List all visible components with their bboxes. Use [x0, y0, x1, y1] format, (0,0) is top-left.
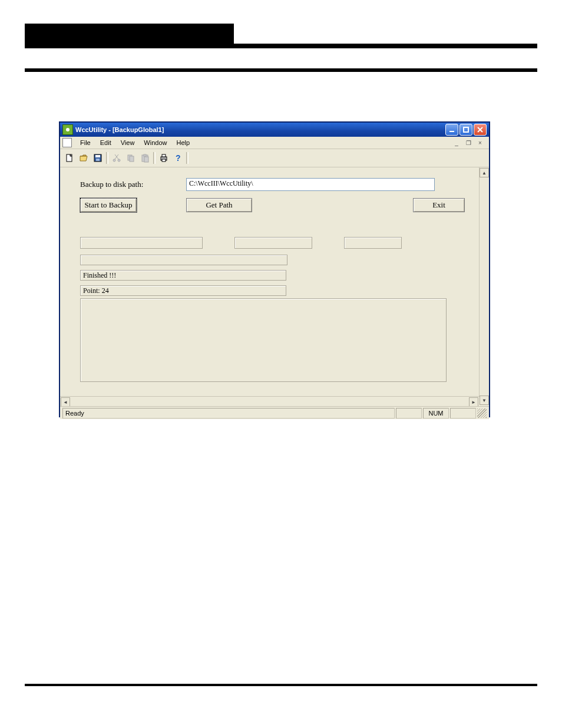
- app-window: WccUtility - [BackupGlobal1] File Edit V…: [59, 121, 490, 417]
- header-rule-thin: [25, 68, 537, 72]
- close-button[interactable]: [474, 124, 487, 136]
- paste-icon: [138, 151, 152, 165]
- start-backup-button[interactable]: Start to Backup: [80, 198, 137, 212]
- status-ready: Ready: [62, 408, 395, 419]
- svg-rect-17: [144, 157, 148, 162]
- svg-rect-16: [144, 154, 146, 156]
- menu-file[interactable]: File: [75, 138, 95, 147]
- menu-window[interactable]: Window: [139, 138, 171, 147]
- svg-rect-20: [162, 159, 166, 162]
- open-icon[interactable]: [77, 151, 91, 165]
- progress-cell-2: [234, 237, 312, 249]
- titlebar[interactable]: WccUtility - [BackupGlobal1]: [60, 123, 489, 137]
- svg-point-0: [66, 128, 70, 131]
- new-icon[interactable]: [62, 151, 77, 165]
- svg-rect-2: [464, 127, 468, 132]
- mdi-restore-icon[interactable]: ❐: [464, 139, 472, 147]
- progress-bar: [80, 255, 287, 265]
- svg-rect-8: [96, 159, 100, 161]
- mdi-close-icon[interactable]: ×: [476, 139, 484, 147]
- path-label: Backup to disk path:: [80, 180, 186, 189]
- maximize-button[interactable]: [459, 124, 472, 136]
- menu-view[interactable]: View: [116, 138, 140, 147]
- mdi-minimize-icon[interactable]: _: [452, 139, 461, 147]
- log-area: [80, 298, 447, 382]
- svg-rect-19: [162, 154, 166, 157]
- menubar: File Edit View Window Help _ ❐ ×: [60, 137, 489, 149]
- svg-point-12: [118, 159, 120, 162]
- progress-cell-1: [80, 237, 203, 249]
- print-icon[interactable]: [157, 151, 171, 165]
- minimize-button[interactable]: [445, 124, 458, 136]
- client-area: Backup to disk path: C:\WccIII\WccUtilit…: [60, 167, 489, 406]
- path-input[interactable]: C:\WccIII\WccUtility\: [186, 178, 435, 191]
- app-icon: [62, 124, 73, 135]
- horizontal-scrollbar[interactable]: ◄ ►: [60, 396, 480, 406]
- menu-edit[interactable]: Edit: [95, 138, 116, 147]
- get-path-button[interactable]: Get Path: [186, 198, 252, 212]
- svg-point-11: [113, 159, 115, 162]
- save-icon[interactable]: [91, 151, 105, 165]
- toolbar: ?: [60, 149, 489, 167]
- help-icon[interactable]: ?: [171, 151, 185, 165]
- cut-icon: [110, 151, 124, 165]
- status-empty-2: [450, 408, 476, 419]
- vertical-scrollbar[interactable]: ▲ ▼: [479, 167, 489, 406]
- progress-cell-3: [344, 237, 402, 249]
- scroll-down-icon[interactable]: ▼: [480, 396, 489, 405]
- svg-rect-7: [95, 155, 100, 157]
- point-status: Point: 24: [80, 285, 286, 296]
- scroll-right-icon[interactable]: ►: [469, 397, 478, 406]
- exit-button[interactable]: Exit: [413, 198, 465, 212]
- finished-status: Finished !!!: [80, 270, 286, 281]
- scroll-left-icon[interactable]: ◄: [61, 397, 70, 406]
- header-rule-thick: [25, 44, 537, 48]
- svg-text:?: ?: [176, 153, 181, 163]
- window-title: WccUtility - [BackupGlobal1]: [75, 126, 164, 133]
- svg-rect-1: [449, 131, 454, 132]
- menu-help[interactable]: Help: [171, 138, 194, 147]
- status-num: NUM: [423, 408, 449, 419]
- status-empty-1: [396, 408, 422, 419]
- footer-rule: [25, 684, 537, 686]
- svg-rect-14: [130, 156, 134, 162]
- copy-icon: [124, 151, 138, 165]
- statusbar: Ready NUM: [60, 406, 489, 419]
- scroll-up-icon[interactable]: ▲: [480, 168, 489, 177]
- mdi-doc-icon[interactable]: [62, 138, 72, 147]
- resize-grip-icon[interactable]: [477, 409, 487, 418]
